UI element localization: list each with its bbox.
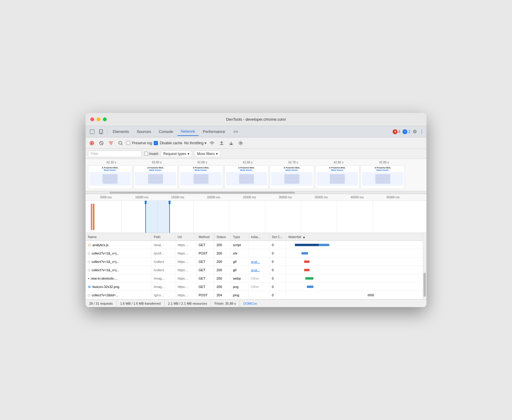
th-waterfall[interactable]: Waterfall ▲ — [286, 233, 423, 240]
table-header: Name Path Url Method Status Type Initia.… — [86, 233, 423, 241]
th-setc[interactable]: Set C... — [269, 233, 286, 240]
mobile-icon[interactable] — [97, 128, 105, 136]
filter-icon[interactable] — [107, 139, 115, 147]
invert-checkbox[interactable]: Invert — [144, 152, 158, 156]
settings-icon[interactable]: ⚙ — [413, 129, 417, 134]
th-method[interactable]: Method — [196, 233, 214, 240]
table-row[interactable]: □ collect?v=2&tid=... /g/co... https:...… — [86, 291, 423, 299]
search-icon[interactable] — [117, 139, 124, 147]
upload-icon[interactable] — [218, 139, 225, 147]
table-row[interactable]: □ collect?v=1&_v=j... /collect https:...… — [86, 266, 423, 274]
error-badge: ✕ 6 — [393, 129, 400, 134]
screenshot-4[interactable]: A Powerful Web. Made Easier. — [270, 165, 314, 189]
tab-performance[interactable]: Performance — [199, 128, 228, 136]
td-setc-0: 0 — [269, 241, 286, 249]
timeline-body[interactable] — [86, 201, 426, 233]
table-row[interactable]: ⊕ favicon-32x32.png /imag... https:... G… — [86, 283, 423, 291]
screenshot-1[interactable]: A Powerful Web. Made Easier. — [133, 165, 178, 189]
td-waterfall-0 — [286, 241, 423, 249]
screenshot-5[interactable]: A Powerful Web. Made Easier. — [315, 165, 359, 189]
request-types-button[interactable]: Request types ▾ — [161, 151, 192, 157]
thumb-subtitle-4: Made Easier. — [286, 169, 298, 171]
preserve-log-input[interactable] — [126, 141, 130, 145]
screenshot-2[interactable]: A Powerful Web. Made Easier. — [179, 165, 223, 189]
td-setc-6: 0 — [269, 291, 286, 299]
horizontal-scrollbar[interactable] — [86, 191, 426, 194]
thumb-subtitle-0: Made Easier. — [104, 169, 116, 171]
file-icon-1: □ — [88, 251, 90, 255]
tab-console[interactable]: Console — [155, 128, 177, 136]
maximize-button[interactable] — [103, 117, 107, 121]
tab-network[interactable]: Network — [177, 128, 199, 136]
screenshot-6[interactable]: A Powerful Web. Made Easier. — [361, 165, 405, 189]
more-filters-button[interactable]: More filters ▾ — [194, 151, 220, 157]
td-name-1: □ collect?v=1&_v=j... — [86, 249, 151, 257]
record-button[interactable] — [88, 139, 96, 147]
table-row[interactable]: ▪ new-in-devtools-... /imag... https:...… — [86, 274, 423, 283]
th-initiator[interactable]: Initia... — [249, 233, 269, 240]
filter-bar: Invert Request types ▾ More filters ▾ — [86, 149, 426, 159]
td-name-3: □ collect?v=1&_v=j... — [86, 266, 151, 274]
throttle-dropdown[interactable]: No throttling ▾ — [184, 141, 207, 145]
cursor-icon[interactable] — [88, 128, 96, 136]
tab-elements[interactable]: Elements — [109, 128, 132, 136]
th-url[interactable]: Url — [175, 233, 196, 240]
thumb-title-2: A Powerful Web. — [193, 167, 209, 169]
invert-input[interactable] — [144, 152, 148, 156]
td-path-0: /anal... — [151, 241, 175, 249]
th-path[interactable]: Path — [151, 233, 175, 240]
td-status-4: 200 — [214, 274, 231, 282]
wifi-icon[interactable] — [208, 139, 216, 147]
th-status[interactable]: Status — [214, 233, 231, 240]
file-icon-4: ▪ — [88, 276, 89, 280]
td-waterfall-6 — [286, 291, 423, 299]
timeline-panel[interactable]: 5000 ms 10000 ms 15000 ms 20000 ms 25000… — [86, 194, 426, 233]
screenshots-row: A Powerful Web. Made Easier. A Powerful … — [88, 165, 426, 189]
table-row[interactable]: □ collect?v=1&_v=j... /j/coll... https:.… — [86, 249, 423, 257]
row-name-6: collect?v=2&tid=... — [92, 293, 118, 297]
close-button[interactable] — [90, 117, 94, 121]
cursor-handle-left[interactable] — [145, 201, 147, 204]
screenshot-0[interactable]: A Powerful Web. Made Easier. — [88, 165, 132, 189]
td-initiator-3[interactable]: anal... — [249, 266, 269, 274]
thumb-content-6 — [362, 172, 403, 186]
cursor-handle-right[interactable] — [169, 201, 170, 204]
vertical-scrollbar[interactable] — [423, 233, 426, 299]
td-type-4: webp — [231, 274, 249, 282]
th-name[interactable]: Name — [86, 233, 151, 240]
preserve-log-checkbox[interactable]: Preserve log — [126, 141, 152, 145]
screenshot-3[interactable]: A Powerful Web. Made Easier. — [224, 165, 269, 189]
td-method-5: GET — [196, 283, 214, 291]
disable-cache-checkbox[interactable]: ✓ Disable cache — [154, 141, 182, 145]
download-icon[interactable] — [227, 139, 235, 147]
initiator-link-3[interactable]: anal... — [251, 268, 260, 272]
td-status-5: 200 — [214, 283, 231, 291]
td-setc-4: 0 — [269, 274, 286, 282]
initiator-link-2[interactable]: anal... — [251, 260, 260, 263]
tab-sources[interactable]: Sources — [133, 128, 155, 136]
message-badge: ≡ 2 — [403, 129, 410, 134]
throttle-label: No throttling — [184, 141, 204, 145]
table-row[interactable]: □ collect?v=1&_v=j... /collect https:...… — [86, 257, 423, 266]
th-type[interactable]: Type — [231, 233, 249, 240]
clear-button[interactable] — [97, 139, 105, 147]
td-initiator-2[interactable]: anal... — [249, 257, 269, 266]
finish-time: Finish: 35.88 s — [211, 300, 240, 307]
filter-input[interactable] — [88, 151, 142, 157]
table-row[interactable]: ⊙ analytics.js /anal... https:... GET 20… — [86, 241, 423, 249]
tab-more-button[interactable]: >> — [230, 128, 242, 136]
tick-7: 40000 ms — [339, 196, 375, 199]
timeline-header: 5000 ms 10000 ms 15000 ms 20000 ms 25000… — [86, 194, 426, 201]
domcon-link[interactable]: DOMCon — [240, 300, 261, 307]
more-filters-label: More filters — [197, 152, 215, 156]
tick-3: 20000 ms — [196, 196, 231, 199]
td-type-1: xhr — [231, 249, 249, 257]
td-url-0: https:... — [175, 241, 196, 249]
grid-line-5 — [265, 201, 265, 233]
network-settings-icon[interactable] — [237, 139, 245, 147]
horizontal-scrollbar-thumb[interactable] — [109, 192, 295, 194]
vertical-scrollbar-thumb[interactable] — [423, 273, 426, 297]
more-options-icon[interactable]: ⋮ — [419, 129, 424, 134]
grid-line-4 — [229, 201, 229, 233]
minimize-button[interactable] — [97, 117, 100, 121]
